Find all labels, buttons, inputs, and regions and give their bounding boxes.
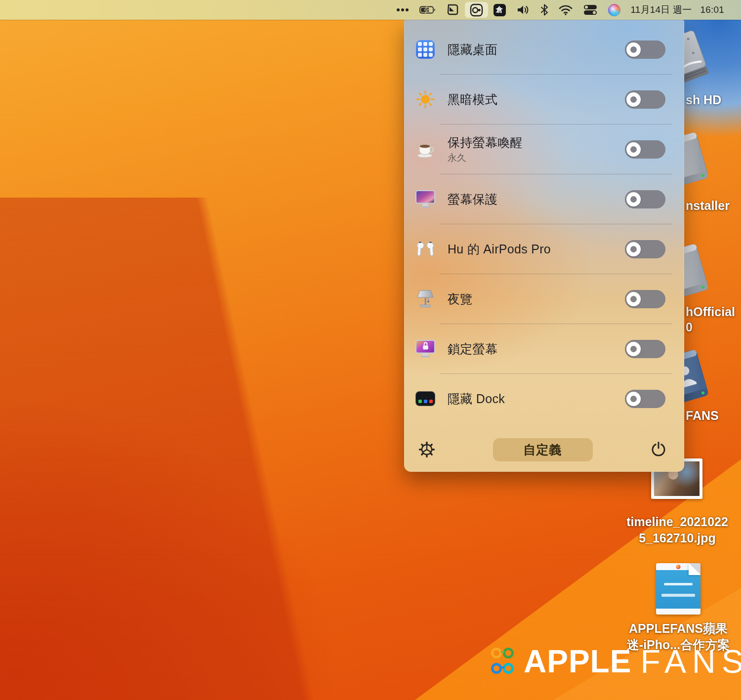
panel-row-hide-dock[interactable]: 隱藏 Dock (404, 374, 684, 423)
panel-row-screen-saver[interactable]: 螢幕保護 (404, 174, 684, 224)
applefans-glasses-logo (488, 646, 518, 677)
panel-rows: 隱藏桌面 黑暗模式 (404, 20, 684, 423)
desktop-label-timeline-line1[interactable]: timeline_2021022 (613, 515, 741, 529)
apple-logo-dot (676, 565, 681, 569)
toggle-knob (626, 192, 641, 206)
input-source-icon[interactable]: 倉 (494, 4, 506, 16)
airpods-pro-icon (415, 240, 436, 258)
panel-row-lock-screen[interactable]: 鎖定螢幕 (404, 324, 684, 373)
power-quit-icon[interactable] (648, 441, 669, 458)
screen-saver-display-icon (415, 189, 436, 209)
hide-desktop-toggle[interactable] (625, 41, 665, 59)
row-label: 保持螢幕喚醒 (448, 134, 523, 151)
row-label: 隱藏 Dock (448, 391, 505, 407)
row-label: Hu 的 AirPods Pro (448, 241, 551, 257)
capture-app-icon[interactable] (447, 2, 459, 18)
wifi-icon[interactable] (559, 2, 573, 18)
panel-row-night-shift[interactable]: 夜覽 (404, 274, 684, 324)
desktop-label-official-line2[interactable]: 0 (686, 320, 693, 334)
lock-screen-display-icon (415, 339, 436, 359)
dark-mode-toggle[interactable] (625, 90, 665, 109)
toggle-knob (626, 392, 641, 406)
panel-row-hide-desktop[interactable]: 隱藏桌面 (404, 25, 684, 74)
settings-gear-icon[interactable] (416, 440, 438, 459)
keep-awake-coffee-icon (415, 139, 436, 159)
panel-row-dark-mode[interactable]: 黑暗模式 (404, 75, 684, 124)
dock-dot-red (429, 400, 433, 403)
screen-saver-toggle[interactable] (625, 190, 665, 208)
desktop-label-applefans-drive[interactable]: FANS (686, 409, 719, 423)
menubar-time: 16:01 (700, 4, 724, 15)
toggle-knob (626, 342, 641, 356)
desktop-label-macintosh-hd[interactable]: sh HD (686, 93, 721, 107)
hide-dock-icon (415, 391, 436, 406)
night-shift-toggle[interactable] (625, 290, 665, 308)
bluetooth-icon[interactable] (540, 2, 548, 18)
desktop-label-doc-line1[interactable]: APPLEFANS蘋果 (614, 620, 741, 637)
battery-charging-icon[interactable] (419, 2, 436, 18)
menu-bar-status-area: 倉 (396, 2, 741, 18)
watermark-apple-text: APPLE (524, 646, 631, 677)
watermark-fans-text: FANS (640, 645, 741, 678)
toggle-knob (626, 42, 641, 57)
toggle-knob (626, 92, 641, 107)
keep-awake-toggle[interactable] (625, 140, 665, 159)
one-switch-menubar-icon[interactable] (465, 2, 488, 18)
dark-mode-sun-icon (415, 89, 436, 109)
toggle-knob (626, 292, 641, 306)
dock-dot-green (418, 400, 422, 403)
row-label: 黑暗模式 (448, 91, 497, 108)
menubar-clock[interactable]: 11月14日 週一 16:01 (631, 3, 724, 16)
desktop-label-timeline-line2[interactable]: 5_162710.jpg (613, 531, 741, 545)
document-preview (656, 570, 700, 609)
desktop-label-installer[interactable]: nstaller (686, 199, 730, 213)
lock-screen-toggle[interactable] (625, 340, 665, 358)
row-subtitle: 永久 (448, 152, 523, 165)
row-label: 隱藏桌面 (448, 41, 497, 58)
siri-icon[interactable] (608, 2, 620, 18)
menu-bar: 倉 (0, 0, 741, 20)
volume-icon[interactable] (516, 2, 530, 18)
overflow-ellipsis-icon[interactable] (396, 2, 409, 18)
one-switch-panel: 隱藏桌面 黑暗模式 (404, 20, 684, 472)
row-label: 鎖定螢幕 (448, 341, 497, 357)
desktop-icon-applefans-doc[interactable] (656, 563, 700, 615)
document-fold-corner (689, 563, 700, 575)
toggle-knob (626, 142, 641, 157)
applefans-watermark: APPLE FANS (488, 645, 741, 678)
row-label: 夜覽 (448, 291, 473, 307)
night-shift-lamp-icon (415, 288, 436, 309)
toggle-knob (626, 242, 641, 256)
row-label: 螢幕保護 (448, 191, 497, 207)
control-center-icon[interactable] (583, 2, 598, 18)
customize-button[interactable]: 自定義 (493, 438, 593, 461)
dock-dot-blue (424, 400, 427, 403)
desktop-label-official-line1[interactable]: hOfficial (686, 305, 735, 319)
panel-row-keep-awake[interactable]: 保持螢幕喚醒 永久 (404, 124, 684, 174)
hide-dock-toggle[interactable] (625, 390, 665, 408)
menubar-date: 11月14日 週一 (631, 3, 692, 16)
wallpaper-shadow-shape (0, 198, 454, 700)
panel-row-airpods[interactable]: Hu 的 AirPods Pro (404, 224, 684, 274)
siri-orb (608, 4, 620, 16)
hide-desktop-icon (415, 40, 436, 59)
panel-footer: 自定義 (404, 425, 684, 478)
airpods-toggle[interactable] (625, 240, 665, 258)
